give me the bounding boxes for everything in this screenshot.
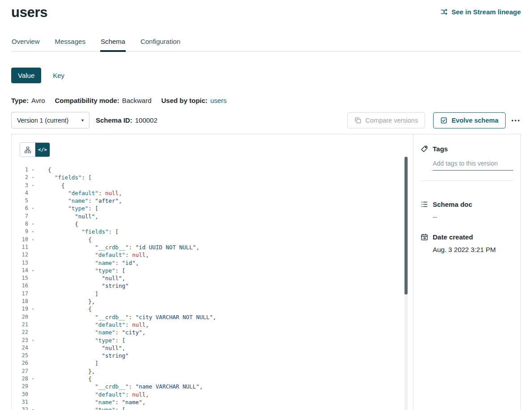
code-text: "type": [ [38, 406, 125, 410]
fold-toggle-icon[interactable]: ▾ [28, 205, 38, 212]
version-select[interactable]: Version 1 (current) ▾ [11, 112, 89, 128]
tab-schema[interactable]: Schema [100, 38, 126, 51]
code-text: "name": "name", [38, 398, 145, 406]
code-line: 18}, [20, 298, 401, 305]
line-number: 9 [20, 228, 28, 235]
topic-link[interactable]: users [210, 97, 227, 104]
scrollbar-thumb[interactable] [404, 157, 408, 295]
code-line: 16"string" [20, 282, 401, 290]
schema-meta: Type: Avro Compatibility mode: Backward … [11, 97, 521, 104]
sidebar-divider [421, 180, 513, 181]
line-number: 15 [20, 274, 28, 282]
tab-overview[interactable]: Overview [11, 38, 40, 51]
code-view-button[interactable]: </> [35, 143, 50, 157]
code-line: 4"default": null, [20, 189, 401, 197]
editor-view-toggle: </> [20, 142, 50, 157]
tags-input[interactable] [433, 160, 513, 171]
code-line: 17] [20, 290, 401, 298]
evolve-schema-label: Evolve schema [451, 117, 498, 124]
fold-toggle-icon[interactable]: ▾ [28, 305, 38, 313]
fold-toggle-icon[interactable]: ▾ [28, 267, 38, 274]
compare-versions-button[interactable]: Compare versions [347, 112, 426, 128]
stream-lineage-icon [440, 8, 448, 16]
fold-toggle-icon[interactable]: ▾ [28, 174, 38, 181]
value-key-toggle: Value Key [11, 68, 521, 83]
code-text: { [38, 305, 92, 313]
code-line: 24"null", [20, 344, 401, 352]
code-line: 1▾{ [20, 166, 401, 174]
key-toggle-button[interactable]: Key [50, 68, 67, 83]
code-text: }, [38, 298, 95, 305]
schema-doc-title: Schema doc [433, 201, 472, 208]
code-line: 28▾{ [20, 375, 401, 383]
tree-view-button[interactable] [20, 143, 35, 157]
fold-toggle-icon[interactable]: ▾ [28, 166, 38, 174]
tree-view-icon [24, 146, 31, 154]
code-text: "default": null, [38, 391, 149, 398]
schema-controls: Version 1 (current) ▾ Schema ID: 100002 … [11, 112, 521, 128]
line-number: 26 [20, 359, 28, 367]
code-text: "fields": [ [38, 174, 92, 181]
code-text: "__crdb__": "id UUID NOT NULL", [38, 243, 200, 251]
fold-toggle-icon[interactable]: ▾ [28, 337, 38, 344]
code-line: 10▾{ [20, 236, 401, 243]
stream-lineage-label: See in Stream lineage [451, 8, 521, 16]
fold-toggle-icon[interactable]: ▾ [28, 236, 38, 243]
schema-id: Schema ID: 100002 [96, 116, 157, 124]
code-line: 32▾"type": [ [20, 406, 401, 410]
compatibility-mode: Compatibility mode: Backward [55, 97, 151, 104]
code-line: 20"__crdb__": "city VARCHAR NOT NULL", [20, 313, 401, 321]
value-toggle-button[interactable]: Value [11, 68, 41, 83]
used-by-topic-label: Used by topic: [162, 97, 208, 104]
stream-lineage-link[interactable]: See in Stream lineage [440, 8, 521, 16]
code-text: "null", [38, 274, 125, 282]
compare-versions-icon [354, 117, 362, 124]
code-line: 3▾{ [20, 182, 401, 189]
version-select-value: Version 1 (current) [17, 117, 68, 124]
fold-toggle-icon[interactable]: ▾ [28, 228, 38, 235]
code-text: { [38, 220, 78, 228]
code-text: { [38, 375, 92, 383]
tags-title: Tags [433, 145, 448, 153]
compatibility-mode-label: Compatibility mode: [55, 97, 119, 104]
used-by-topic: Used by topic: users [162, 97, 227, 104]
code-text: "name": "after", [38, 197, 122, 205]
date-created-icon [421, 233, 428, 241]
code-text: "type": [ [38, 267, 125, 274]
fold-toggle-icon[interactable]: ▾ [28, 375, 38, 383]
date-created-title: Date created [433, 233, 473, 241]
line-number: 25 [20, 352, 28, 359]
line-number: 30 [20, 391, 28, 398]
date-created-section: Date created Aug. 3 2022 3:21 PM [421, 233, 513, 253]
more-options-button[interactable]: ⋯ [511, 115, 521, 125]
schema-type-label: Type: [11, 97, 29, 104]
compare-versions-label: Compare versions [366, 117, 418, 124]
code-line: 13"name": "id", [20, 259, 401, 267]
code-text: { [38, 182, 65, 189]
tags-header: Tags [421, 145, 513, 153]
code-text: "type": [ [38, 337, 125, 344]
evolve-schema-icon [440, 117, 447, 124]
code-text: "null", [38, 344, 125, 352]
code-text: "__crdb__": "city VARCHAR NOT NULL", [38, 313, 216, 321]
schema-panel: </> 1▾{2▾"fields": [3▾{4"default": null,… [11, 134, 521, 410]
code-line: 5"name": "after", [20, 197, 401, 205]
code-line: 31"name": "name", [20, 398, 401, 406]
tab-messages[interactable]: Messages [55, 38, 86, 51]
schema-doc-section: Schema doc -- [421, 201, 513, 221]
fold-toggle-icon[interactable]: ▾ [28, 182, 38, 189]
schema-doc-value: -- [433, 213, 513, 221]
fold-toggle-icon[interactable]: ▾ [28, 406, 38, 410]
tag-icon [421, 145, 428, 153]
evolve-schema-button[interactable]: Evolve schema [433, 112, 506, 128]
code-line: 27}, [20, 367, 401, 375]
fold-toggle-icon[interactable]: ▾ [28, 220, 38, 228]
code-text: { [38, 236, 92, 243]
tab-configuration[interactable]: Configuration [140, 38, 181, 51]
line-number: 28 [20, 375, 28, 383]
code-text: ] [38, 359, 98, 367]
code-text: "string" [38, 282, 129, 290]
line-number: 32 [20, 406, 28, 410]
code-lines: 1▾{2▾"fields": [3▾{4"default": null,5"na… [20, 166, 401, 410]
line-number: 1 [20, 166, 28, 174]
